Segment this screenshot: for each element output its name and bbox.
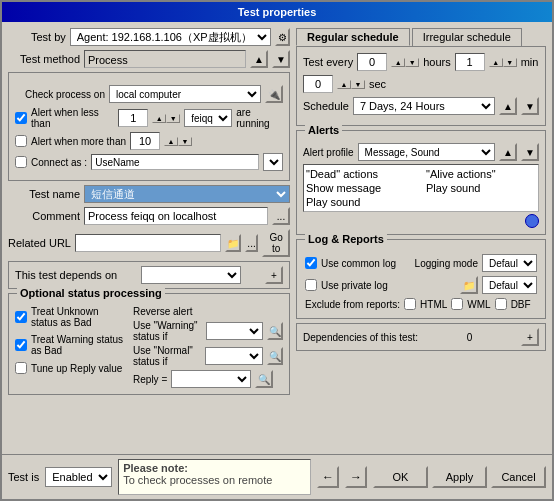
test-status-select[interactable]: Enabled	[45, 467, 112, 487]
url-browse[interactable]: ...	[245, 234, 258, 252]
use-private-checkbox[interactable]	[305, 279, 317, 291]
wml-checkbox[interactable]	[451, 298, 463, 310]
alert-more-down[interactable]: ▼	[178, 137, 192, 146]
sec-label: sec	[369, 78, 386, 90]
test-name-row: Test name 短信通道	[8, 185, 290, 203]
dead-actions-col: "Dead" actions	[306, 168, 416, 180]
treat-warning-label: Treat Warning status as Bad	[31, 334, 125, 356]
alert-more-checkbox[interactable]	[15, 135, 27, 147]
action-buttons: OK Apply Cancel	[373, 466, 546, 488]
connect-select[interactable]: ▼	[263, 153, 283, 171]
note-text: To check processes on remote	[123, 474, 272, 486]
hours-input[interactable]: 0	[357, 53, 387, 71]
play-sound-dead: Play sound	[306, 196, 416, 208]
check-process-label: Check process on	[15, 89, 105, 100]
hours-up[interactable]: ▲	[391, 58, 405, 67]
reply-zoom[interactable]: 🔍	[255, 370, 273, 388]
alert-less-input[interactable]: 1	[118, 109, 148, 127]
check-process-select[interactable]: local computer	[109, 85, 261, 103]
min-input[interactable]: 1	[455, 53, 485, 71]
dependencies-label: Dependencies of this test:	[303, 332, 418, 343]
left-arrow-button[interactable]: ←	[317, 466, 339, 488]
schedule-tabs: Regular schedule Irregular schedule	[296, 28, 546, 46]
comment-row: Comment Process feiqq on localhost ...	[8, 207, 290, 225]
alert-more-input[interactable]: 10	[130, 132, 160, 150]
alert-less-checkbox[interactable]	[15, 112, 27, 124]
alert-more-up[interactable]: ▲	[164, 137, 178, 146]
schedule-up[interactable]: ▲	[499, 97, 517, 115]
html-label: HTML	[420, 299, 447, 310]
hours-down[interactable]: ▼	[405, 58, 419, 67]
comment-input[interactable]: Process feiqq on localhost	[84, 207, 268, 225]
use-common-checkbox[interactable]	[305, 257, 317, 269]
comment-browse[interactable]: ...	[272, 207, 290, 225]
exclude-row: Exclude from reports: HTML WML DBF	[303, 296, 539, 312]
note-title: Please note:	[123, 462, 306, 474]
use-normal-select[interactable]	[205, 347, 263, 365]
min-up[interactable]: ▲	[489, 58, 503, 67]
alerts-title: Alerts	[305, 124, 342, 136]
alert-more-row: Alert when more than 10 ▲ ▼	[15, 132, 283, 150]
depends-select[interactable]	[141, 266, 241, 284]
url-label: Related URL	[8, 237, 71, 249]
alerts-group: Alerts Alert profile Message, Sound ▲ ▼ …	[296, 130, 546, 235]
alert-less-up[interactable]: ▲	[152, 114, 166, 123]
private-log-browse[interactable]: 📁	[460, 276, 478, 294]
tab-regular[interactable]: Regular schedule	[296, 28, 410, 46]
use-warning-select[interactable]	[206, 322, 263, 340]
dependencies-add[interactable]: +	[521, 328, 539, 346]
play-sound-alive: Play sound	[426, 182, 536, 194]
play-sound-alive2	[426, 196, 536, 208]
html-checkbox[interactable]	[404, 298, 416, 310]
alert-profile-up[interactable]: ▲	[499, 143, 517, 161]
treat-unknown-checkbox[interactable]	[15, 311, 27, 323]
test-by-select[interactable]: Agent: 192.168.1.106（XP虚拟机）	[70, 28, 271, 46]
test-by-label: Test by	[8, 31, 66, 43]
url-input[interactable]	[75, 234, 221, 252]
treat-warning-row: Treat Warning status as Bad	[15, 334, 125, 356]
dbf-checkbox[interactable]	[495, 298, 507, 310]
min-down[interactable]: ▼	[503, 58, 517, 67]
alert-less-down[interactable]: ▼	[166, 114, 180, 123]
depends-add[interactable]: +	[265, 266, 283, 284]
treat-warning-checkbox[interactable]	[15, 339, 27, 351]
schedule-select[interactable]: 7 Days, 24 Hours	[353, 97, 495, 115]
test-method-scroll-up[interactable]: ▲	[250, 50, 268, 68]
test-method-scroll-down[interactable]: ▼	[272, 50, 290, 68]
logging-select[interactable]: Default	[482, 254, 537, 272]
connect-input[interactable]: UseName	[91, 154, 259, 170]
tune-reply-checkbox[interactable]	[15, 362, 27, 374]
cancel-button[interactable]: Cancel	[491, 466, 546, 488]
url-folder[interactable]: 📁	[225, 234, 241, 252]
ok-button[interactable]: OK	[373, 466, 428, 488]
treat-unknown-row: Treat Unknown status as Bad	[15, 306, 125, 328]
sec-input[interactable]: 0	[303, 75, 333, 93]
alert-less-user-select[interactable]: feiqq	[184, 109, 232, 127]
private-log-select[interactable]: Default	[482, 276, 537, 294]
sec-down[interactable]: ▼	[351, 80, 365, 89]
schedule-down[interactable]: ▼	[521, 97, 539, 115]
use-normal-zoom[interactable]: 🔍	[267, 347, 283, 365]
hours-label: hours	[423, 56, 451, 68]
test-method-label: Test method	[8, 53, 80, 65]
apply-button[interactable]: Apply	[432, 466, 487, 488]
log-group: Log & Reports Use common log Logging mod…	[296, 239, 546, 319]
alert-profile-select[interactable]: Message, Sound	[358, 143, 495, 161]
test-every-row: Test every 0 ▲▼ hours 1 ▲▼ min 0 ▲▼ sec	[303, 53, 539, 93]
test-by-btn[interactable]: ⚙	[275, 28, 290, 46]
left-panel: Test by Agent: 192.168.1.106（XP虚拟机） ⚙ Te…	[8, 28, 290, 448]
connect-label: Connect as :	[31, 157, 87, 168]
use-warning-zoom[interactable]: 🔍	[267, 322, 283, 340]
go-to-button[interactable]: Go to	[262, 229, 290, 257]
test-name-select[interactable]: 短信通道	[84, 185, 290, 203]
alert-indicator	[525, 214, 539, 228]
alive-actions-col: "Alive actions"	[426, 168, 536, 180]
sec-up[interactable]: ▲	[337, 80, 351, 89]
alert-profile-down[interactable]: ▼	[521, 143, 539, 161]
connect-checkbox[interactable]	[15, 156, 27, 168]
right-arrow-button[interactable]: →	[345, 466, 367, 488]
use-private-label: Use private log	[321, 280, 456, 291]
tab-irregular[interactable]: Irregular schedule	[412, 28, 522, 46]
reply-select[interactable]	[171, 370, 251, 388]
check-process-icon[interactable]: 🔌	[265, 85, 283, 103]
